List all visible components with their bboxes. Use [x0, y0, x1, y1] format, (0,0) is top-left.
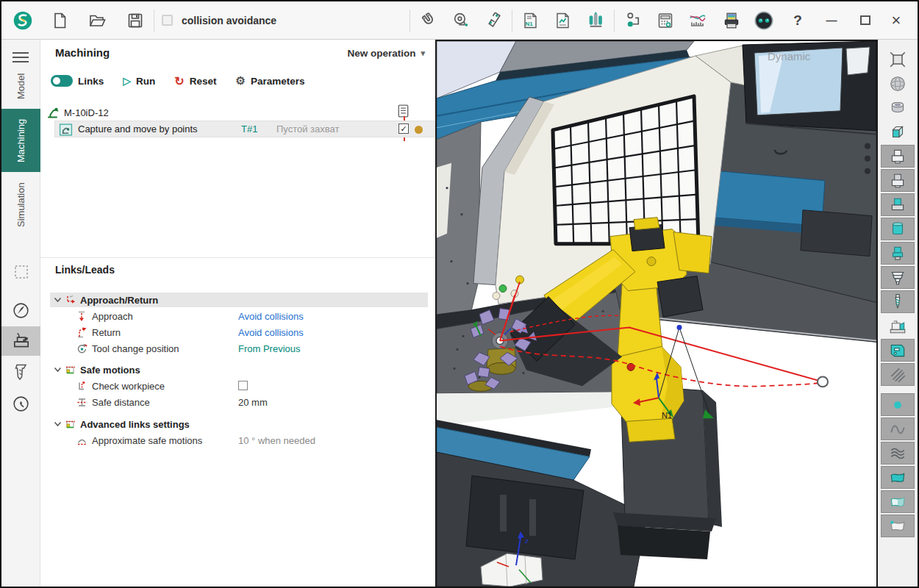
new-operation-dropdown[interactable]: New operation ▾	[347, 48, 425, 59]
machine-teal-icon[interactable]	[881, 339, 915, 362]
svg-text:N1: N1	[526, 21, 534, 27]
chevron-down-icon	[54, 297, 62, 303]
chevron-down-icon	[54, 421, 62, 427]
approach-value[interactable]: Avoid collisions	[238, 311, 304, 322]
tab-machining[interactable]: Machining	[1, 109, 40, 172]
machine-icon[interactable]	[1, 326, 40, 356]
tree-item-operation[interactable]: Capture and move by points T#1 Пустой за…	[54, 121, 435, 137]
selection-frame-icon[interactable]	[1, 260, 40, 284]
workpiece-outline-icon[interactable]	[881, 145, 915, 168]
tab-simulation[interactable]: Simulation	[1, 176, 40, 234]
trajectory-endpoint[interactable]	[818, 376, 828, 387]
operation-status-badge	[415, 126, 423, 134]
separator	[614, 10, 615, 32]
left-rail: Model Machining Simulation	[1, 40, 40, 587]
maximize-button[interactable]	[854, 10, 876, 32]
operation-enabled-checkbox[interactable]: ✓	[398, 123, 409, 134]
operation-gripper-note: Пустой захват	[276, 123, 339, 135]
approach-return-icon	[65, 295, 76, 306]
surface-flag-white-icon[interactable]	[881, 514, 915, 537]
cube-icon[interactable]	[881, 121, 915, 143]
machine-setup-icon[interactable]	[881, 315, 915, 337]
safe-distance-value[interactable]: 20 mm	[238, 397, 268, 408]
gauge-icon[interactable]	[1, 391, 40, 416]
curve-icon[interactable]	[881, 417, 915, 440]
open-folder-icon[interactable]	[87, 10, 109, 32]
reset-button[interactable]: ↻ Reset	[174, 74, 216, 88]
surface-flag-gradient-icon[interactable]	[881, 490, 915, 513]
report-icon[interactable]	[552, 10, 574, 32]
fit-view-icon[interactable]	[881, 48, 915, 71]
return-value[interactable]: Avoid collisions	[238, 327, 304, 338]
panel-title: Machining	[55, 46, 110, 59]
links-toggle[interactable]: Links	[51, 75, 104, 87]
calculator-icon[interactable]	[654, 10, 676, 32]
tool-set-icon[interactable]	[584, 10, 607, 32]
action-bar: Links ▷ Run ↻ Reset ⚙ Parameters	[51, 72, 305, 90]
run-button[interactable]: ▷ Run	[123, 75, 155, 87]
operation-icon	[59, 123, 73, 140]
row-safe-distance: Safe distance 20 mm	[50, 395, 428, 409]
row-approximate-safe-motions: Approximate safe motions 10 ° when neede…	[50, 433, 428, 448]
advanced-links-icon	[65, 419, 76, 430]
new-document-icon[interactable]	[49, 10, 71, 32]
save-icon[interactable]	[124, 10, 146, 32]
nc-program-icon[interactable]: N1	[520, 10, 542, 32]
operation-name: Capture and move by points	[78, 123, 198, 135]
surface-flag-teal-icon[interactable]	[881, 466, 915, 489]
group-approach-return[interactable]: Approach/Return	[50, 293, 428, 307]
safe-motions-icon	[65, 365, 76, 376]
compass-icon[interactable]	[1, 298, 40, 322]
workpiece-stepped-icon[interactable]	[881, 242, 915, 265]
sphere-icon[interactable]	[881, 72, 915, 95]
approximate-safe-motions-icon	[76, 435, 87, 446]
close-button[interactable]: ×	[885, 10, 907, 32]
tool-change-icon	[76, 343, 87, 354]
approximate-safe-motions-value[interactable]: 10 ° when needed	[238, 435, 315, 446]
ai-assistant-icon[interactable]	[753, 10, 775, 32]
tab-model[interactable]: Model	[1, 66, 40, 106]
tool-icon[interactable]	[1, 360, 40, 385]
graphs-icon[interactable]	[687, 10, 709, 32]
machining-panel: Machining New operation ▾ Links ▷ Run ↻ …	[40, 40, 435, 587]
robot-icon	[46, 106, 60, 119]
group-safe-motions[interactable]: Safe motions	[50, 362, 428, 377]
tab-checkbox-icon[interactable]	[162, 15, 173, 26]
chevron-down-icon: ▾	[421, 49, 425, 58]
separator	[154, 10, 154, 32]
tool-holder-discs-icon[interactable]	[881, 266, 915, 289]
parameters-button[interactable]: ⚙ Parameters	[235, 74, 304, 87]
minimize-button[interactable]: —	[820, 10, 843, 32]
row-approach: Approach Avoid collisions	[50, 309, 428, 323]
approach-icon	[76, 311, 87, 322]
tool-change-value[interactable]: From Previous	[238, 343, 301, 354]
tree-item-robot[interactable]: M-10iD-12	[46, 105, 109, 120]
app-logo-icon	[12, 10, 34, 32]
point-icon[interactable]	[881, 393, 915, 416]
workpiece-shaded-icon[interactable]	[881, 169, 915, 192]
return-icon	[76, 327, 87, 338]
hatch-icon[interactable]	[881, 363, 915, 386]
blank-cylinder-icon[interactable]	[881, 96, 915, 119]
workpiece-teal-icon[interactable]	[881, 218, 915, 240]
workpiece-teal-top-icon[interactable]	[881, 193, 915, 216]
group-advanced-links[interactable]: Advanced links settings	[50, 417, 428, 431]
spacer	[41, 10, 42, 32]
row-check-workpiece: Check workpiece	[50, 379, 428, 393]
help-button[interactable]: ?	[787, 10, 809, 32]
separator	[512, 10, 512, 32]
check-workpiece-icon	[76, 381, 87, 392]
printer-icon[interactable]	[720, 10, 743, 32]
3d-viewport[interactable]: z Dynamic N1	[435, 40, 876, 587]
drill-icon[interactable]	[881, 290, 915, 313]
green-lamp	[499, 285, 507, 293]
node-link-icon[interactable]	[622, 10, 644, 32]
magnet-icon[interactable]	[418, 10, 440, 32]
toggle-on-icon[interactable]	[51, 75, 73, 87]
view-toolbar	[876, 40, 918, 587]
tape-measure-icon[interactable]	[450, 10, 472, 32]
main-menu-icon[interactable]	[12, 49, 29, 65]
caliper-icon[interactable]	[482, 10, 504, 32]
surfaces-icon[interactable]	[881, 442, 915, 465]
check-workpiece-checkbox[interactable]	[238, 381, 248, 390]
